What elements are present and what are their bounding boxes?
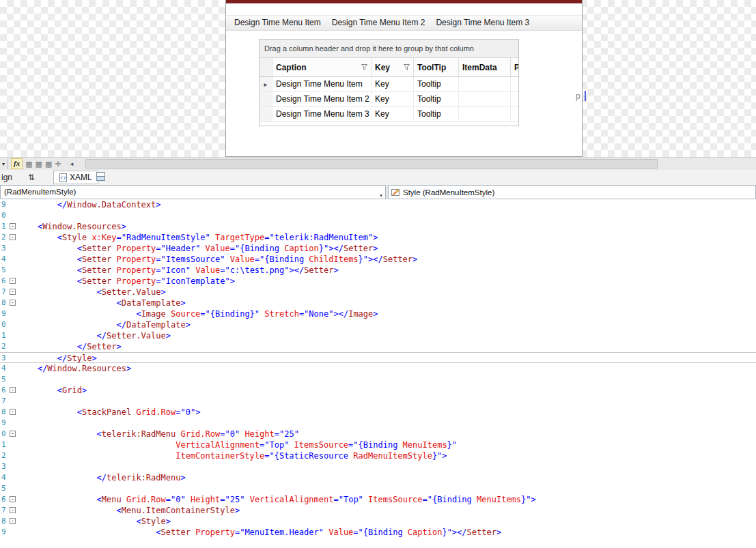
code-line[interactable]: 5 [0, 374, 756, 385]
types-dropdown[interactable]: (RadMenuItemStyle) ▾ [0, 185, 386, 199]
table-cell[interactable] [459, 77, 511, 91]
snap-grid-icon[interactable]: ▦ [36, 159, 42, 169]
code-line[interactable]: 0 [0, 210, 756, 221]
code-line[interactable]: 8- <StackPanel Grid.Row="0"> [0, 407, 756, 418]
code-line[interactable]: 5 [0, 483, 756, 494]
fold-collapse-icon[interactable]: - [10, 518, 16, 524]
table-cell[interactable]: Tooltip [414, 77, 459, 91]
table-cell[interactable]: Design Time Menu Item 3 [272, 107, 372, 121]
code-line[interactable]: 4 <Setter Property="ItemsSource" Value="… [0, 254, 756, 265]
filter-funnel-icon[interactable] [404, 64, 410, 70]
code-line[interactable]: 0- <telerik:RadMenu Grid.Row="0" Height=… [0, 429, 756, 439]
code-line[interactable]: 7- <Menu.ItemContainerStyle> [0, 505, 756, 516]
table-cell[interactable]: Tooltip [414, 107, 459, 121]
window-top-bar [226, 0, 582, 3]
line-number: 1 [0, 439, 9, 450]
code-line[interactable]: 1 VerticalAlignment="Top" ItemsSource="{… [0, 439, 756, 450]
fold-collapse-icon[interactable]: - [10, 223, 16, 229]
fold-collapse-icon[interactable]: - [10, 300, 16, 306]
code-line[interactable]: 6- <Setter Property="IconTemplate"> [0, 276, 756, 287]
code-line[interactable]: 9 <Image Source="{Binding}" Stretch="Non… [0, 308, 756, 319]
menu-item[interactable]: Design Time Menu Item 3 [430, 16, 535, 30]
code-line[interactable]: 2 ItemContainerStyle="{StaticResource Ra… [0, 450, 756, 461]
fold-margin [9, 483, 18, 494]
scrollbar-left-arrow-icon[interactable]: ◂ [70, 160, 74, 167]
table-cell[interactable]: Key [372, 77, 414, 91]
code-line[interactable]: 1- <Window.Resources> [0, 221, 756, 232]
fold-collapse-icon[interactable]: - [10, 387, 16, 393]
code-line[interactable]: 6- <Grid> [0, 385, 756, 396]
code-line[interactable]: 3 [0, 461, 756, 472]
code-line[interactable]: 9 </Window.DataContext> [0, 199, 756, 210]
fold-margin [9, 319, 18, 330]
horizontal-scrollbar-thumb[interactable] [85, 159, 658, 169]
fold-collapse-icon[interactable]: - [10, 496, 16, 502]
chevron-down-icon[interactable]: ▾ [1, 159, 8, 169]
fold-collapse-icon[interactable]: - [10, 507, 16, 513]
table-cell[interactable]: Design Time Menu Item 2 [272, 92, 372, 106]
fold-collapse-icon[interactable]: - [10, 278, 16, 284]
code-line[interactable]: 9 [0, 418, 756, 429]
fold-margin: - [9, 505, 18, 516]
table-cell[interactable] [511, 92, 519, 106]
snaplines-icon[interactable]: ✛ [55, 159, 61, 169]
code-line[interactable]: 1 </Setter.Value> [0, 330, 756, 341]
code-line[interactable]: 7- <Setter.Value> [0, 287, 756, 298]
fold-margin [9, 308, 18, 319]
line-number: 4 [0, 254, 9, 265]
menu-item[interactable]: Design Time Menu Item 2 [326, 16, 431, 30]
code-line[interactable]: 2- <Style x:Key="RadMenuItemStyle" Targe… [0, 232, 756, 243]
table-row[interactable]: Design Time Menu Item 2KeyTooltip [260, 92, 518, 107]
code-line[interactable]: 7 [0, 396, 756, 407]
table-cell[interactable] [459, 92, 511, 106]
column-header-tooltip[interactable]: ToolTip [414, 58, 459, 76]
code-line[interactable]: 8- <DataTemplate> [0, 298, 756, 308]
fold-collapse-icon[interactable]: - [10, 234, 16, 240]
fold-collapse-icon[interactable]: - [10, 289, 16, 295]
code-text: </Style> [18, 353, 97, 362]
line-number: 6 [0, 276, 9, 287]
code-line[interactable]: 4 </Window.Resources> [0, 363, 756, 374]
xaml-code-editor[interactable]: 9 </Window.DataContext>01- <Window.Resou… [0, 199, 756, 548]
split-view-icon[interactable] [96, 172, 105, 181]
code-text: <Setter Property="IconTemplate"> [18, 276, 235, 287]
table-cell[interactable] [511, 77, 519, 91]
line-number: 9 [0, 418, 9, 429]
tab-design[interactable]: ign [0, 170, 12, 185]
code-line[interactable]: 9 <Setter Property="MenuItem.Header" Val… [0, 527, 756, 538]
fold-collapse-icon[interactable]: - [10, 409, 16, 415]
table-cell[interactable]: Tooltip [414, 92, 459, 106]
line-number: 5 [0, 374, 9, 385]
code-line[interactable]: 2 </Setter> [0, 341, 756, 352]
row-indicator [260, 92, 272, 106]
table-cell[interactable]: Key [372, 107, 414, 121]
table-cell[interactable]: Design Time Menu Item [272, 77, 372, 91]
menu-item[interactable]: Design Time Menu Item [229, 16, 326, 30]
line-number: 3 [0, 461, 9, 472]
table-cell[interactable] [459, 107, 511, 121]
table-row[interactable]: ▸Design Time Menu ItemKeyTooltip [260, 77, 518, 92]
gridlines-icon[interactable]: ▦ [45, 159, 52, 169]
table-row[interactable]: Design Time Menu Item 3KeyTooltip [260, 107, 518, 122]
code-line[interactable]: 3 <Setter Property="Header" Value="{Bind… [0, 243, 756, 254]
code-line[interactable]: 0 </DataTemplate> [0, 319, 756, 330]
code-lines: 9 </Window.DataContext>01- <Window.Resou… [0, 199, 756, 538]
code-line[interactable]: 8- <Style> [0, 516, 756, 527]
column-header-itemdata[interactable]: ItemData [459, 58, 511, 76]
fold-collapse-icon[interactable]: - [10, 431, 16, 437]
tab-xaml[interactable]: XAML [53, 171, 98, 184]
filter-funnel-icon[interactable] [361, 64, 367, 70]
code-line-current[interactable]: 3 </Style> [0, 352, 756, 363]
swap-panes-icon[interactable]: ⇅ [25, 171, 38, 184]
column-header-pa[interactable]: Pa [511, 58, 519, 76]
table-cell[interactable] [511, 107, 519, 121]
code-line[interactable]: 4 </telerik:RadMenu> [0, 472, 756, 483]
members-dropdown[interactable]: Style (RadMenuItemStyle) [388, 185, 756, 199]
table-cell[interactable]: Key [372, 92, 414, 106]
effects-button[interactable]: fx [11, 158, 23, 169]
column-header-key[interactable]: Key [372, 58, 414, 76]
code-line[interactable]: 5 <Setter Property="Icon" Value="c:\test… [0, 265, 756, 276]
show-grid-icon[interactable]: ▦ [25, 159, 32, 169]
code-line[interactable]: 6- <Menu Grid.Row="0" Height="25" Vertic… [0, 494, 756, 505]
column-header-caption[interactable]: Caption [272, 58, 372, 76]
